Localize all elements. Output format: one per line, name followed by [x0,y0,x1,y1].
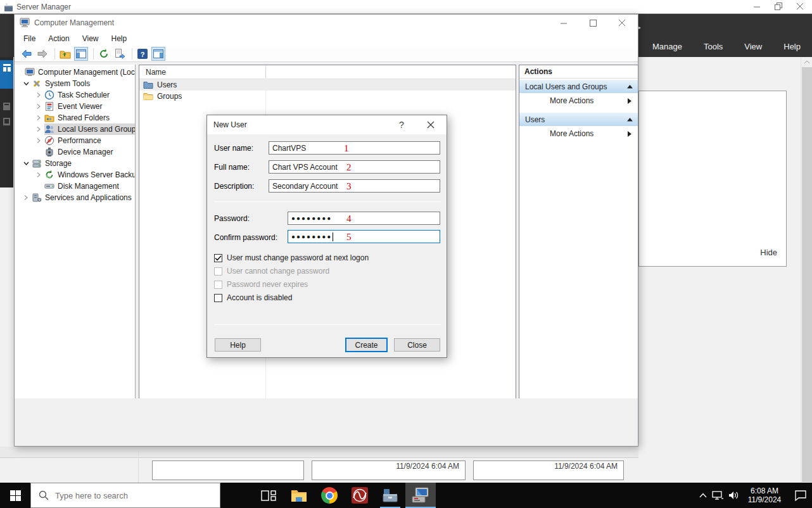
create-button[interactable]: Create [345,338,388,352]
tray-clock[interactable]: 6:08 AM 11/9/2024 [745,486,784,504]
checkbox-must-change-password[interactable]: User must change password at next logon [214,253,369,262]
tree-item-computer-management[interactable]: Computer Management (Local) [15,67,135,78]
help-button[interactable]: Help [215,338,261,352]
menu-file[interactable]: File [17,32,42,45]
confirm-password-input[interactable]: ●●●●●●●● 5 [288,230,440,243]
sm-sidebar-icon[interactable] [3,103,10,110]
collapse-arrow-icon[interactable] [627,118,633,122]
column-divider-header[interactable] [265,67,266,78]
search-input[interactable] [55,491,207,500]
tree-item-storage[interactable]: Storage [15,158,135,169]
dialog-close-icon[interactable] [420,115,441,134]
file-explorer-icon [291,488,307,502]
start-button[interactable] [0,483,30,508]
storage-icon [32,158,42,168]
tree-item-windows-server-backup[interactable]: Windows Server Backup [15,169,135,181]
sm-sidebar-icon[interactable] [3,118,10,125]
checkbox-checked-icon[interactable] [214,254,222,262]
checkbox-account-is-disabled[interactable]: Account is disabled [214,293,292,302]
hide-link[interactable]: Hide [760,248,777,257]
show-console-tree-button[interactable] [74,47,88,61]
tree-item-shared-folders[interactable]: Shared Folders [15,112,135,124]
volume-icon[interactable] [728,490,740,500]
close-button[interactable]: Close [394,338,440,352]
sm-minimize-button[interactable] [746,0,768,13]
collapse-arrow-icon[interactable] [627,85,633,89]
annotation-2: 2 [346,162,352,173]
cm-close-button[interactable] [611,16,633,29]
selected-tree-item[interactable]: Local Users and Groups [44,124,136,135]
server-manager-taskbar-button[interactable] [375,483,405,508]
groups-folder-icon [143,91,153,101]
windows-server-backup-icon [44,170,54,180]
dialog-help-icon[interactable]: ? [391,115,412,134]
password-input[interactable]: ●●●●●●●● 4 [288,212,440,225]
tray-time: 6:08 AM [745,486,784,495]
chevron-down-icon[interactable] [22,80,30,87]
tree-item-services-and-applications[interactable]: Services and Applications [15,192,135,203]
more-actions-item[interactable]: More Actions [519,93,638,108]
user-name-input[interactable]: ChartVPS 1 [269,141,440,155]
tree-item-device-manager[interactable]: Device Manager [15,146,135,158]
shared-folders-icon [44,113,54,123]
chevron-right-icon[interactable] [35,137,42,144]
chevron-right-icon[interactable] [35,171,42,179]
menu-view[interactable]: View [744,42,762,51]
chrome-button[interactable] [314,483,345,508]
help-button[interactable]: ? [136,47,149,61]
file-explorer-button[interactable] [284,483,314,508]
menu-help[interactable]: Help [105,32,134,45]
up-folder-button[interactable] [58,47,72,61]
taskbar-search[interactable] [30,483,220,508]
menu-view[interactable]: View [76,32,105,45]
chevron-right-icon[interactable] [35,125,42,133]
back-button[interactable] [20,47,34,61]
sm-restore-button[interactable] [768,0,789,13]
tree-item-local-users-and-groups[interactable]: Local Users and Groups [15,124,135,135]
show-action-pane-button[interactable] [151,47,165,61]
sm-close-button[interactable] [789,0,811,13]
export-list-button[interactable] [113,47,127,61]
list-item-users[interactable]: Users [139,79,516,91]
list-item-groups[interactable]: Groups [139,91,516,102]
column-name-header[interactable]: Name [146,68,166,77]
tree-item-performance[interactable]: Performance [15,135,135,146]
network-icon[interactable] [712,490,723,500]
description-input[interactable]: Secondary Account 3 [269,179,440,193]
actions-section-local-users-and-groups[interactable]: Local Users and Groups [519,80,638,93]
tree-item-system-tools[interactable]: System Tools [15,78,135,89]
forward-button[interactable] [35,47,49,61]
menu-manage[interactable]: Manage [652,42,682,51]
tray-chevron-icon[interactable] [699,493,707,498]
chevron-spacer [35,148,42,156]
scroll-up-icon[interactable] [804,60,810,64]
task-view-button[interactable] [253,483,284,508]
more-actions-item[interactable]: More Actions [519,126,638,141]
tree-item-event-viewer[interactable]: Event Viewer [15,101,135,112]
chevron-down-icon[interactable] [22,160,30,167]
cm-minimize-button[interactable] [553,16,574,29]
cm-maximize-button[interactable] [582,16,604,29]
action-center-icon[interactable] [794,490,807,501]
checkbox-unchecked-icon[interactable] [214,294,222,302]
refresh-button[interactable] [97,47,111,61]
computer-management-taskbar-button[interactable] [405,483,436,508]
menu-action[interactable]: Action [42,32,75,45]
tree-item-disk-management[interactable]: Disk Management [15,181,135,192]
sm-scrollbar[interactable] [801,57,812,483]
sm-background-band [0,447,638,458]
tree-item-task-scheduler[interactable]: Task Scheduler [15,89,135,101]
full-name-input[interactable]: Chart VPS Account 2 [269,160,440,174]
menu-help[interactable]: Help [783,42,801,51]
chevron-right-icon[interactable] [22,194,30,201]
server-manager-sidebar [0,57,13,187]
chevron-right-icon[interactable] [35,103,42,110]
sm-scrollbar-thumb[interactable] [802,67,812,482]
chevron-right-icon[interactable] [35,114,42,122]
sine-wave-app-button[interactable] [345,483,375,508]
actions-section-users[interactable]: Users [519,113,638,126]
sm-sidebar-selected-item[interactable] [0,60,13,89]
menu-tools[interactable]: Tools [704,42,723,51]
chevron-right-icon[interactable] [35,91,42,99]
chevron-spacer [35,182,42,190]
